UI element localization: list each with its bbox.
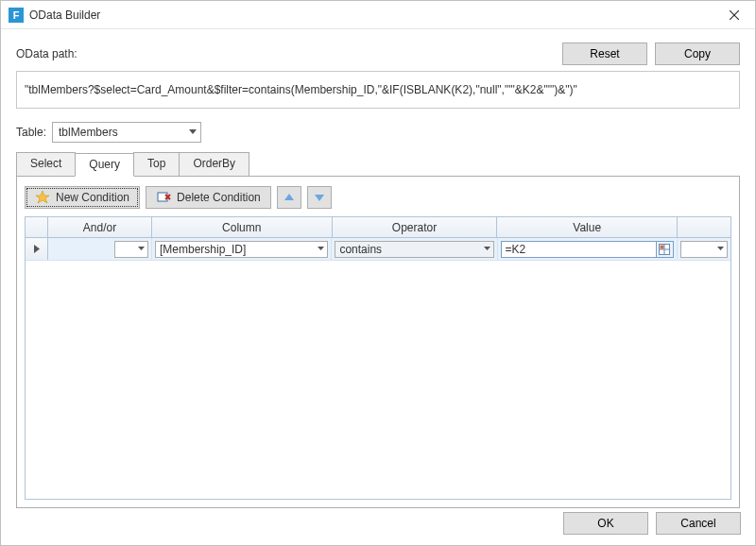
svg-marker-17 bbox=[717, 247, 724, 250]
svg-marker-12 bbox=[484, 247, 490, 250]
window-title: OData Builder bbox=[29, 9, 100, 22]
reset-button[interactable]: Reset bbox=[562, 43, 647, 65]
close-button[interactable] bbox=[713, 1, 755, 29]
grid-header-last bbox=[678, 217, 730, 237]
andor-select[interactable] bbox=[114, 241, 148, 258]
odata-path-label: OData path: bbox=[16, 47, 77, 60]
grid-header-value: Value bbox=[497, 217, 678, 237]
chevron-down-icon bbox=[717, 247, 724, 251]
last-select[interactable] bbox=[680, 241, 728, 258]
grid-header-column: Column bbox=[152, 217, 333, 237]
svg-rect-4 bbox=[158, 193, 167, 201]
table-select-value: tblMembers bbox=[59, 126, 118, 139]
move-down-button[interactable] bbox=[307, 186, 332, 209]
delete-condition-icon bbox=[156, 190, 171, 205]
dialog-footer: OK Cancel bbox=[563, 512, 741, 535]
grid-header-indicator bbox=[26, 217, 48, 237]
new-condition-button[interactable]: New Condition bbox=[25, 186, 140, 209]
svg-marker-9 bbox=[34, 245, 40, 253]
grid-header-andor: And/or bbox=[48, 217, 152, 237]
value-input[interactable]: =K2 bbox=[501, 241, 657, 258]
app-icon: F bbox=[9, 8, 24, 23]
chevron-down-icon bbox=[318, 247, 324, 251]
arrow-up-icon bbox=[284, 194, 294, 201]
row-indicator-icon bbox=[26, 238, 48, 260]
close-icon bbox=[730, 10, 739, 20]
svg-marker-3 bbox=[36, 191, 49, 203]
tab-strip: Select Query Top OrderBy bbox=[16, 152, 740, 176]
column-select[interactable]: [Membership_ID] bbox=[155, 241, 328, 258]
query-toolbar: New Condition Delete Condition bbox=[25, 186, 731, 209]
cell-reference-icon bbox=[659, 244, 670, 255]
delete-condition-label: Delete Condition bbox=[177, 191, 261, 204]
svg-marker-7 bbox=[284, 194, 294, 200]
column-value: [Membership_ID] bbox=[160, 243, 246, 256]
grid-header-operator: Operator bbox=[333, 217, 498, 237]
odata-path-display: "tblMembers?$select=Card_Amount&$filter=… bbox=[16, 71, 740, 109]
svg-marker-2 bbox=[189, 129, 197, 134]
ok-button[interactable]: OK bbox=[563, 512, 648, 535]
tab-select[interactable]: Select bbox=[16, 152, 76, 176]
operator-value: contains bbox=[339, 243, 382, 256]
delete-condition-button[interactable]: Delete Condition bbox=[146, 186, 271, 209]
svg-marker-8 bbox=[315, 195, 324, 201]
move-up-button[interactable] bbox=[277, 186, 301, 209]
new-condition-icon bbox=[35, 190, 50, 205]
table-label: Table: bbox=[16, 126, 46, 139]
odata-path-value: "tblMembers?$select=Card_Amount&$filter=… bbox=[25, 83, 577, 96]
tab-top[interactable]: Top bbox=[133, 152, 180, 176]
grid-header: And/or Column Operator Value bbox=[26, 217, 730, 238]
tab-query[interactable]: Query bbox=[75, 153, 134, 177]
table-row[interactable]: [Membership_ID] contains bbox=[26, 238, 730, 261]
cancel-button[interactable]: Cancel bbox=[656, 512, 741, 535]
chevron-down-icon bbox=[138, 247, 145, 251]
value-picker-button[interactable] bbox=[657, 241, 674, 258]
svg-marker-11 bbox=[318, 247, 324, 250]
new-condition-label: New Condition bbox=[56, 191, 129, 204]
conditions-grid: And/or Column Operator Value bbox=[25, 216, 731, 500]
tab-orderby[interactable]: OrderBy bbox=[179, 152, 249, 176]
chevron-down-icon bbox=[484, 247, 490, 251]
chevron-down-icon bbox=[189, 129, 197, 135]
tab-panel-query: New Condition Delete Condition bbox=[16, 176, 740, 508]
operator-select[interactable]: contains bbox=[335, 241, 493, 258]
value-text: =K2 bbox=[506, 243, 526, 256]
arrow-down-icon bbox=[315, 194, 324, 201]
title-bar: F OData Builder bbox=[1, 1, 755, 29]
svg-rect-14 bbox=[661, 245, 664, 248]
copy-button[interactable]: Copy bbox=[655, 43, 740, 65]
svg-marker-10 bbox=[138, 247, 145, 250]
table-select[interactable]: tblMembers bbox=[52, 122, 201, 143]
